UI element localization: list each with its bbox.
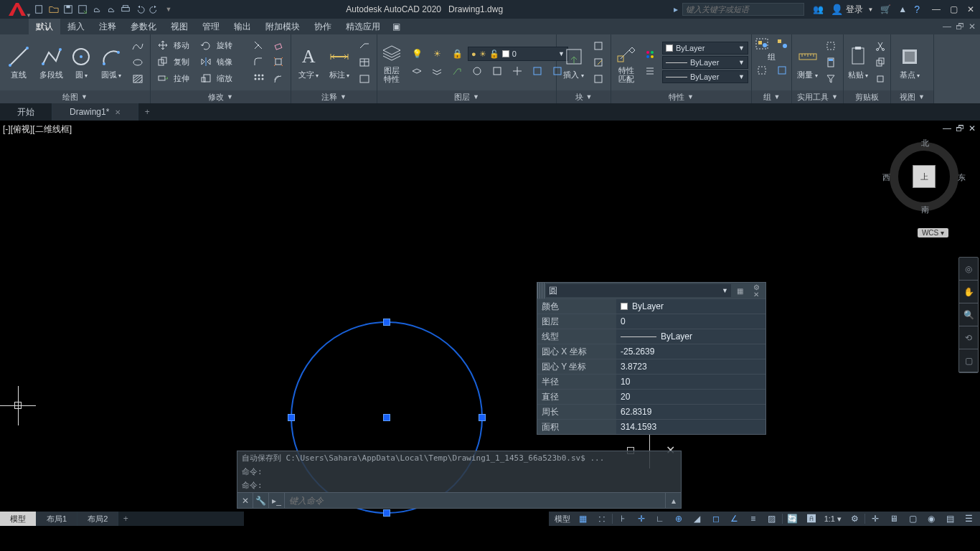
layer-more1-icon[interactable] — [528, 63, 547, 79]
measure-tool[interactable]: 测量 ▾ — [795, 37, 820, 88]
vp-close-icon[interactable]: ✕ — [969, 123, 976, 133]
status-polar-icon[interactable]: ⊕ — [670, 512, 687, 525]
quick-properties-palette[interactable]: 圆▼ ▦ ⚙ ✕ 颜色ByLayer图层0线型ByLayer圆心 X 坐标-25… — [537, 282, 766, 435]
group-edit-icon[interactable] — [753, 62, 771, 78]
doc-tab-close-icon[interactable]: ✕ — [115, 108, 121, 116]
autodesk-app-icon[interactable]: ▲ — [898, 4, 907, 14]
tab-default[interactable]: 默认 — [29, 19, 60, 34]
offset-icon[interactable] — [269, 70, 288, 86]
vp-minimize-icon[interactable]: — — [943, 123, 951, 133]
text-tool[interactable]: A 文字 ▾ — [294, 37, 324, 88]
qat-save-icon[interactable] — [62, 3, 75, 16]
cmd-close-icon[interactable]: ✕ — [237, 493, 253, 508]
qp-row-线型[interactable]: 线型ByLayer — [537, 329, 765, 344]
tab-manage[interactable]: 管理 — [195, 19, 227, 34]
tab-parametric[interactable]: 参数化 — [123, 19, 164, 34]
insert-block-tool[interactable]: 插入 ▾ — [560, 37, 588, 88]
layer-lock-icon[interactable]: 🔒 — [448, 46, 466, 62]
layer-freeze-icon[interactable]: ☀ — [428, 46, 446, 62]
nav-zoom-extents-icon[interactable]: 🔍 — [959, 303, 978, 326]
leader-icon[interactable] — [355, 38, 374, 54]
layer-uniso-icon[interactable] — [428, 63, 446, 79]
lineweight-dropdown[interactable]: ByLayer▼ — [662, 56, 748, 69]
tab-view[interactable]: 视图 — [164, 19, 195, 34]
minimize-button[interactable]: — — [930, 4, 943, 14]
qat-new-icon[interactable] — [33, 3, 46, 16]
explode-icon[interactable] — [269, 54, 288, 70]
qp-row-圆心 Y 坐标[interactable]: 圆心 Y 坐标3.8723 — [537, 359, 765, 374]
ellipse-icon[interactable] — [128, 55, 147, 70]
command-input[interactable] — [285, 496, 665, 506]
qat-redo-icon[interactable] — [148, 3, 161, 16]
status-ortho-icon[interactable]: ∟ — [651, 512, 669, 525]
status-infer-icon[interactable]: ⊦ — [614, 512, 631, 525]
object-type-dropdown[interactable]: 圆▼ — [546, 284, 731, 297]
wipeout-icon[interactable] — [355, 71, 374, 87]
mirror-icon[interactable] — [197, 54, 215, 70]
create-block-icon[interactable] — [589, 38, 608, 54]
palette-options-icon[interactable]: ⚙ — [749, 283, 763, 291]
arc-tool[interactable]: 圆弧 ▾ — [95, 37, 127, 88]
tab-collab[interactable]: 协作 — [307, 19, 339, 34]
basepoint-tool[interactable]: 基点 ▾ — [894, 37, 925, 88]
status-workspace-icon[interactable]: ✛ — [867, 512, 884, 525]
qat-undo-icon[interactable] — [133, 3, 146, 16]
qp-row-面积[interactable]: 面积314.1593 — [537, 419, 765, 434]
copy-icon[interactable] — [154, 54, 172, 70]
table-icon[interactable] — [355, 55, 374, 70]
erase-icon[interactable] — [269, 37, 288, 53]
layer-state-icon[interactable] — [488, 63, 507, 79]
group-ungroup-icon[interactable] — [773, 36, 791, 52]
layer-walk-icon[interactable] — [508, 63, 527, 79]
drawing-area[interactable]: [-][俯视][二维线框] — 🗗 ✕ ✕ 圆▼ ▦ ⚙ ✕ 颜色ByLayer… — [0, 121, 980, 526]
vp-restore-icon[interactable]: 🗗 — [956, 123, 964, 133]
tab-output[interactable]: 输出 — [227, 19, 258, 34]
qat-cloud-save-icon[interactable] — [105, 3, 118, 16]
current-layer-dropdown[interactable]: ●☀🔓 0 ▼ — [468, 47, 568, 61]
dimension-tool[interactable]: 标注 ▾ — [325, 37, 354, 88]
qat-cloud-open-icon[interactable] — [90, 3, 103, 16]
maximize-button[interactable]: ▢ — [947, 4, 960, 14]
palette-grip[interactable] — [537, 283, 545, 298]
qp-row-周长[interactable]: 周长62.8319 — [537, 404, 765, 419]
attr-block-icon[interactable] — [589, 71, 608, 87]
cut-icon[interactable] — [871, 38, 890, 54]
status-scale-dropdown[interactable]: 1:1 ▾ — [821, 514, 844, 524]
layer-prev-icon[interactable] — [468, 63, 486, 79]
scale-icon[interactable] — [197, 70, 215, 86]
layer-match-icon[interactable] — [448, 63, 466, 79]
layout-tab-1[interactable]: 布局1 — [37, 512, 77, 526]
nav-pan-icon[interactable]: ✋ — [959, 281, 978, 303]
select-all-icon[interactable] — [821, 38, 840, 54]
layout-tab-model[interactable]: 模型 — [0, 512, 37, 526]
cmd-customize-icon[interactable]: 🔧 — [253, 493, 269, 508]
tab-featured[interactable]: 精选应用 — [339, 19, 387, 34]
layer-iso-icon[interactable] — [407, 63, 426, 79]
grip-north[interactable] — [383, 319, 390, 326]
status-osnap-icon[interactable]: ◻ — [707, 512, 725, 525]
close-button[interactable]: ✕ — [964, 4, 977, 14]
copy-base-icon[interactable] — [871, 71, 890, 87]
nav-orbit-icon[interactable]: ⟲ — [959, 326, 978, 349]
edit-block-icon[interactable] — [589, 55, 608, 70]
qp-row-半径[interactable]: 半径10 — [537, 374, 765, 389]
calc-icon[interactable] — [821, 55, 840, 70]
viewcube-top-face[interactable]: 上 — [913, 165, 936, 188]
list-icon[interactable] — [641, 63, 659, 79]
move-icon[interactable] — [154, 37, 172, 53]
nav-wheel-icon[interactable]: ◎ — [959, 258, 978, 281]
status-otrack-icon[interactable]: ∠ — [726, 512, 743, 525]
line-tool[interactable]: 直线 — [3, 37, 34, 88]
fillet-icon[interactable] — [249, 54, 268, 70]
cmd-recent-icon[interactable]: ▴ — [665, 493, 681, 508]
grip-west[interactable] — [288, 414, 295, 421]
tab-addins[interactable]: 附加模块 — [258, 19, 307, 34]
layout-tab-add[interactable]: + — [118, 512, 133, 526]
status-hardware-icon[interactable]: ◉ — [923, 512, 940, 525]
tab-insert[interactable]: 插入 — [60, 19, 92, 34]
login-button[interactable]: 👤登录▼ — [831, 4, 873, 16]
status-space-label[interactable]: 模型 — [552, 514, 573, 524]
infocenter-signin-icon[interactable]: 👥 — [813, 4, 824, 14]
app-logo[interactable]: ▼ — [3, 0, 32, 19]
keyword-search-input[interactable] — [682, 3, 804, 16]
